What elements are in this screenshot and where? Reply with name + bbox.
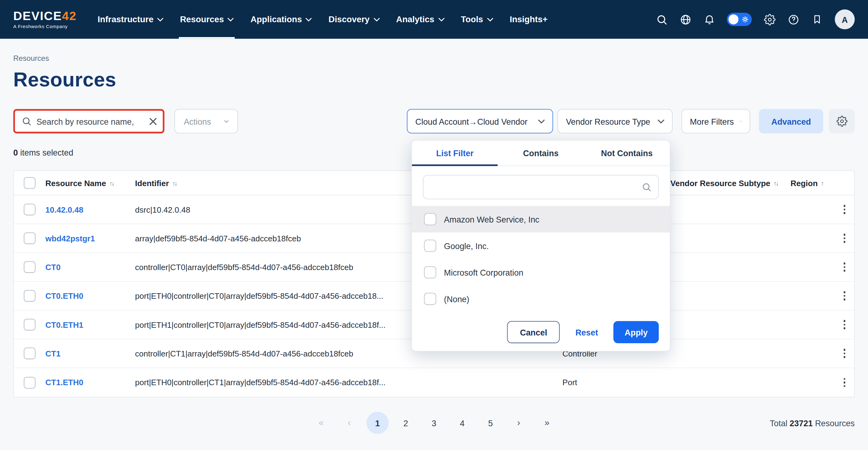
sort-icon: ↑↓	[172, 180, 177, 186]
vendor-resource-type-dropdown[interactable]: Vendor Resource Type	[557, 109, 673, 133]
tab-contains[interactable]: Contains	[498, 141, 584, 166]
row-menu-kebab-icon[interactable]	[840, 288, 849, 304]
chevron-down-icon	[224, 119, 229, 123]
clear-search-icon[interactable]	[149, 117, 157, 125]
chevron-down-icon	[658, 119, 664, 123]
row-checkbox[interactable]	[24, 319, 35, 330]
row-menu-kebab-icon[interactable]	[840, 259, 849, 275]
row-checkbox[interactable]	[24, 204, 35, 216]
column-header-resource-name[interactable]: Resource Name↑↓	[45, 179, 135, 187]
row-menu-kebab-icon[interactable]	[840, 201, 849, 217]
page-button-4[interactable]: 4	[451, 412, 473, 434]
identifier-cell: port|ETH0|controller|CT1|array|def59bf5-…	[135, 378, 563, 387]
table-footer: « ‹ 1 2 3 4 5 › » Total 23721 Resources	[13, 412, 855, 434]
bell-icon[interactable]	[703, 13, 715, 25]
column-header-region[interactable]: Region↑	[790, 179, 835, 187]
row-menu-kebab-icon[interactable]	[840, 375, 849, 390]
apply-button[interactable]: Apply	[614, 321, 659, 343]
chevron-down-icon	[373, 17, 380, 21]
option-checkbox[interactable]	[424, 266, 436, 279]
chevron-down-icon	[538, 119, 545, 123]
tab-not-contains[interactable]: Not Contains	[584, 141, 670, 166]
nav-item-applications[interactable]: Applications	[250, 0, 312, 39]
page-button-3[interactable]: 3	[423, 412, 445, 434]
nav-item-resources[interactable]: Resources	[180, 0, 234, 39]
sort-icon: ↑↓	[774, 180, 778, 186]
filter-search-input[interactable]	[430, 183, 637, 192]
device42-logo[interactable]: DEVICE42 A Freshworks Company	[13, 0, 76, 39]
page-title: Resources	[13, 68, 855, 91]
cancel-button[interactable]: Cancel	[507, 321, 560, 343]
resource-name-link[interactable]: CT0.ETH1	[45, 320, 83, 329]
gear-icon	[836, 116, 847, 127]
sort-icon: ↑↓	[109, 180, 114, 186]
theme-toggle[interactable]	[727, 13, 752, 26]
bookmark-icon[interactable]	[811, 13, 823, 25]
nav-item-analytics[interactable]: Analytics	[396, 0, 444, 39]
filter-search-box[interactable]	[423, 175, 659, 199]
row-menu-kebab-icon[interactable]	[840, 346, 849, 361]
nav-item-discovery[interactable]: Discovery	[329, 0, 379, 39]
sort-icon: ↑	[821, 180, 823, 186]
nav-item-insights[interactable]: Insights+	[509, 0, 548, 39]
table-settings-button[interactable]	[829, 109, 855, 133]
resource-name-link[interactable]: 10.42.0.48	[45, 205, 83, 214]
resource-name-link[interactable]: wbd42pstgr1	[45, 234, 95, 243]
row-checkbox[interactable]	[24, 232, 35, 244]
first-page-button[interactable]: «	[310, 412, 332, 434]
nav-item-tools[interactable]: Tools	[461, 0, 493, 39]
previous-page-button[interactable]: ‹	[338, 412, 361, 434]
table-row: CT1.ETH0 port|ETH0|controller|CT1|array|…	[14, 368, 854, 397]
resource-name-link[interactable]: CT1	[45, 349, 61, 358]
resource-search-box[interactable]	[13, 109, 164, 133]
cloud-vendor-filter-dropdown[interactable]: Cloud Account→Cloud Vendor	[407, 109, 553, 133]
device42-app: DEVICE42 A Freshworks Company Infrastruc…	[0, 0, 868, 450]
advanced-button[interactable]: Advanced	[759, 109, 823, 133]
help-icon[interactable]	[787, 13, 799, 25]
last-page-button[interactable]: »	[536, 412, 558, 434]
search-input[interactable]	[36, 117, 144, 126]
user-avatar[interactable]: A	[835, 9, 855, 29]
filter-option-amazon[interactable]: Amazon Web Service, Inc	[412, 206, 670, 232]
row-checkbox[interactable]	[24, 290, 35, 302]
option-checkbox[interactable]	[424, 240, 436, 252]
more-filters-dropdown[interactable]: More Filters	[682, 109, 750, 133]
resource-name-link[interactable]: CT0	[45, 263, 61, 271]
sun-icon	[741, 15, 750, 26]
row-checkbox[interactable]	[24, 377, 35, 388]
next-page-button[interactable]: ›	[508, 412, 530, 434]
chevron-down-icon	[157, 17, 164, 21]
option-checkbox[interactable]	[424, 293, 436, 305]
logo-wordmark: DEVICE42	[13, 9, 76, 22]
column-header-vendor-resource-subtype[interactable]: Vendor Resource Subtype↑↓	[671, 179, 790, 187]
reset-button[interactable]: Reset	[568, 321, 606, 343]
row-checkbox[interactable]	[24, 348, 35, 359]
chevron-down-icon	[438, 17, 444, 21]
select-all-checkbox[interactable]	[24, 177, 35, 189]
row-menu-kebab-icon[interactable]	[840, 317, 849, 332]
option-checkbox[interactable]	[424, 213, 436, 225]
row-menu-kebab-icon[interactable]	[840, 230, 849, 246]
page-button-1[interactable]: 1	[366, 412, 389, 434]
page-button-5[interactable]: 5	[479, 412, 502, 434]
actions-dropdown[interactable]: Actions	[175, 109, 238, 133]
resource-name-link[interactable]: CT0.ETH0	[45, 291, 83, 300]
nav-item-infrastructure[interactable]: Infrastructure	[97, 0, 163, 39]
filter-option-none[interactable]: (None)	[412, 286, 670, 312]
toggle-knob	[728, 14, 738, 24]
tab-list-filter[interactable]: List Filter	[412, 141, 498, 166]
row-checkbox[interactable]	[24, 261, 35, 273]
page-button-2[interactable]: 2	[395, 412, 417, 434]
globe-icon[interactable]	[679, 13, 691, 25]
search-icon[interactable]	[655, 13, 668, 25]
cloud-vendor-filter-popup: List Filter Contains Not Contains Amazon…	[411, 140, 670, 352]
vendor-type-cell: Port	[562, 378, 671, 387]
filter-option-google[interactable]: Google, Inc.	[412, 232, 670, 259]
gear-icon[interactable]	[763, 13, 775, 25]
chevron-down-icon	[306, 17, 312, 21]
resource-name-link[interactable]: CT1.ETH0	[45, 378, 83, 387]
breadcrumb[interactable]: Resources	[13, 54, 855, 63]
chevron-down-icon	[741, 119, 742, 123]
filter-option-microsoft[interactable]: Microsoft Corporation	[412, 259, 670, 286]
filter-popup-footer: Cancel Reset Apply	[412, 312, 670, 351]
